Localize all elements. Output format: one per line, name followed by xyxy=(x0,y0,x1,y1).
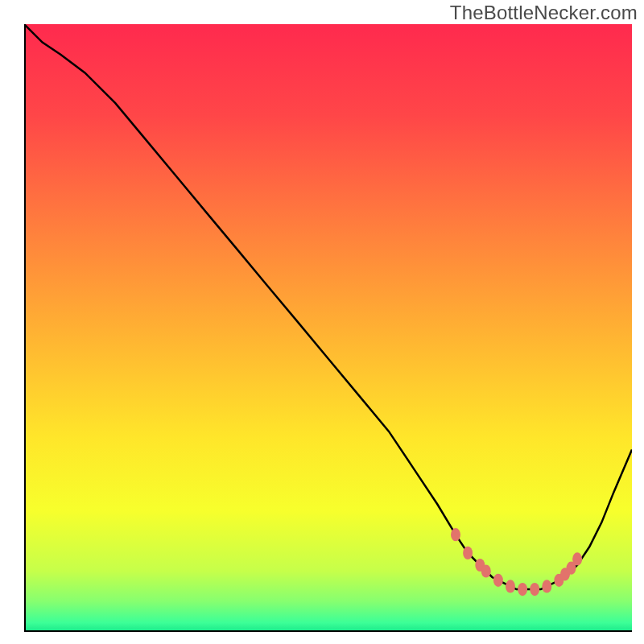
curve-marker xyxy=(572,552,582,565)
curve-marker xyxy=(530,583,539,596)
curve-marker xyxy=(463,547,473,559)
curve-marker xyxy=(518,583,527,596)
chart-frame: TheBottleNecker.com xyxy=(0,0,644,644)
curve-marker xyxy=(506,580,515,592)
background-gradient-rect xyxy=(24,24,632,632)
curve-marker xyxy=(493,574,503,587)
watermark-text: TheBottleNecker.com xyxy=(450,2,638,24)
curve-marker xyxy=(451,528,460,541)
plot-svg xyxy=(24,24,632,632)
plot-area xyxy=(24,24,632,632)
curve-marker xyxy=(481,564,491,577)
curve-marker xyxy=(542,580,551,592)
